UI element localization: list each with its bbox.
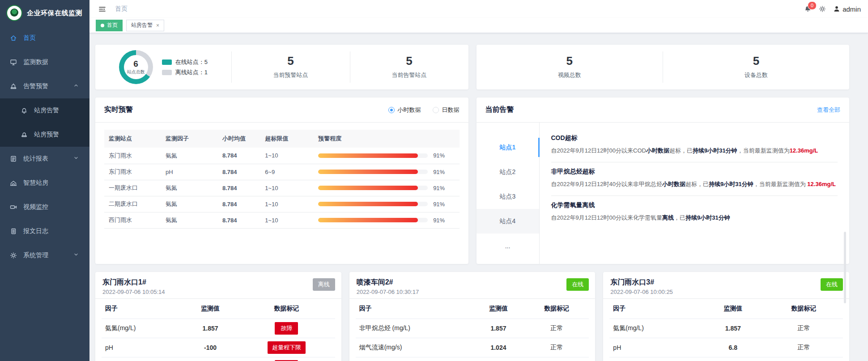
sidebar-item-statistics-report[interactable]: 统计报表 — [0, 147, 89, 171]
progress-percent: 91% — [433, 169, 445, 175]
sidebar-collapse-icon[interactable] — [97, 4, 108, 15]
realtime-warning-table: 监测站点监测因子小时均值超标限值预警程度 东门雨水氨氮8.7841~1091%东… — [104, 130, 460, 229]
sidebar-item-home[interactable]: 首页 — [0, 26, 89, 50]
alarm-station-tabs: 站点1站点2站点3站点4... — [477, 123, 539, 264]
data-type-radio-group: 小时数据日数据 — [377, 106, 460, 114]
sidebar-item-smart-station[interactable]: 智慧站房 — [0, 171, 89, 195]
cell-warning-level: 91% — [314, 164, 459, 180]
radio-hour-data[interactable]: 小时数据 — [388, 106, 421, 114]
cell-factor: pH — [102, 338, 183, 357]
sidebar-item-message-log[interactable]: 报文日志 — [0, 219, 89, 243]
cell-factor: pH — [609, 338, 701, 357]
cell-station: 西门雨水 — [104, 212, 161, 228]
station-factor-row: pH-100超量程下限 — [102, 338, 335, 357]
tag-home[interactable]: 首页 — [96, 20, 123, 31]
alarm-item-description: 自2022年9月12日12时40分以来非甲烷总烃小时数据超标，已持续9小时31分… — [551, 179, 838, 189]
legend-online: 在线站点：5 — [162, 58, 208, 66]
station-factor-row: 氨氮(mg/L)1.857正常 — [609, 319, 843, 338]
home-icon — [10, 34, 17, 42]
progress-fill — [318, 153, 418, 158]
alarm-item-description: 自2022年9月12日12时00分以来COD小时数据超标，已持续9小时31分钟，… — [551, 146, 838, 156]
station-factor-row: 非甲烷总烃 (mg/L)1.857正常 — [356, 319, 589, 338]
sidebar-item-station-warning[interactable]: 站房预警 — [0, 123, 89, 147]
sidebar-item-label: 智慧站房 — [23, 179, 48, 187]
alarm-text: 持续9小时31分钟 — [693, 147, 737, 154]
station-timestamp: 2022-09-07-06 10:30:17 — [357, 289, 588, 295]
alarm-body: 站点1站点2站点3站点4... COD超标自2022年9月12日12时00分以来… — [477, 123, 850, 264]
warning-bar: 91% — [318, 217, 455, 224]
cell-warning-level: 91% — [314, 180, 459, 196]
sidebar-item-label: 站房告警 — [34, 106, 59, 115]
cell-value: 1.857 — [183, 319, 238, 338]
cell-data-mark: 故障 — [238, 319, 335, 338]
sidebar-item-video-monitor[interactable]: 视频监控 — [0, 195, 89, 219]
station-total-section: 6 站点总数 在线站点：5 离线站点：1 — [95, 51, 231, 83]
sidebar-item-monitor-data[interactable]: 监测数据 — [0, 50, 89, 74]
sidebar-item-label: 报文日志 — [23, 227, 48, 235]
notifications-button[interactable]: 0 — [804, 5, 812, 13]
alarm-text: ，当前最新监测值为 — [753, 181, 808, 187]
alarm-tab-station-3[interactable]: 站点3 — [477, 184, 539, 209]
alarm-text: 小时数据 — [646, 147, 669, 154]
realtime-warning-header: 实时预警 小时数据日数据 — [95, 98, 468, 123]
warning-bar: 91% — [318, 185, 455, 191]
station-factor-table: 因子监测值数据标记非甲烷总烃 (mg/L)1.857正常烟气流速(mg/s)1.… — [356, 299, 589, 357]
app-title: 企业环保在线监测 — [27, 9, 82, 17]
stat-device-total: 5设备总数 — [663, 51, 849, 83]
radio-label: 小时数据 — [398, 106, 421, 114]
alarm-text: 离线 — [662, 214, 674, 221]
sidebar-item-label: 站房预警 — [34, 131, 59, 139]
station-name: 东门雨水口1# — [102, 277, 334, 287]
station-factor-row: 氨氮(mg/L)1.857故障 — [102, 319, 335, 338]
sidebar-item-station-alarm[interactable]: 站房告警 — [0, 98, 89, 123]
column-header: 监测因子 — [161, 130, 218, 148]
progress-fill — [318, 202, 418, 206]
station-donut-chart: 6 站点总数 — [119, 50, 153, 84]
stat-video-total: 5视频总数 — [477, 51, 663, 83]
settings-button[interactable] — [819, 5, 826, 13]
progress-fill — [318, 218, 418, 222]
station-card-header: 东门雨水口3#2022-09-07-06 10:00:25在线 — [603, 272, 849, 299]
progress-track — [318, 186, 428, 190]
warning-bar: 91% — [318, 169, 455, 175]
column-header: 超标限值 — [260, 130, 314, 148]
chevron-down-icon — [73, 252, 81, 259]
sidebar-menu: 首页监测数据告警预警站房告警站房预警统计报表智慧站房视频监控报文日志系统管理 — [0, 26, 89, 268]
tag-station-alarm[interactable]: 站房告警× — [126, 20, 164, 31]
stat-label: 视频总数 — [558, 71, 581, 79]
station-name: 喷漆车间2# — [357, 277, 588, 287]
cell-factor: 氨氮 — [161, 196, 218, 212]
app-logo-icon — [6, 5, 22, 21]
alarm-tab-station-1[interactable]: 站点1 — [477, 135, 539, 160]
stat-value: 5 — [406, 55, 412, 67]
alarm-tab-more[interactable]: ... — [477, 234, 539, 258]
radio-day-data[interactable]: 日数据 — [433, 106, 460, 114]
alarm-icon — [10, 83, 17, 90]
cell-station: 东门雨水 — [104, 148, 161, 164]
sidebar-item-alarm-warning[interactable]: 告警预警 — [0, 74, 89, 98]
warning-bar: 91% — [318, 201, 455, 208]
chevron-down-icon — [73, 155, 81, 162]
tag-active-dot — [101, 24, 104, 27]
tag-close-icon[interactable]: × — [156, 22, 159, 29]
station-card-station-3: 东门雨水口3#2022-09-07-06 10:00:25在线因子监测值数据标记… — [603, 272, 849, 361]
alarm-tab-station-2[interactable]: 站点2 — [477, 160, 539, 184]
sidebar-item-system-management[interactable]: 系统管理 — [0, 243, 89, 268]
stat-label: 当前告警站点 — [392, 71, 427, 79]
alarm-tab-station-4[interactable]: 站点4 — [477, 209, 539, 234]
tag-label: 首页 — [107, 21, 118, 29]
table-row: 东门雨水pH8.7846~991% — [104, 164, 460, 180]
offline-label: 离线站点：1 — [175, 68, 208, 76]
legend-offline: 离线站点：1 — [162, 68, 208, 76]
station-card-station-2: 喷漆车间2#2022-09-07-06 10:30:17在线因子监测值数据标记非… — [349, 272, 596, 361]
user-icon — [833, 5, 840, 13]
user-menu[interactable]: admin — [833, 5, 861, 13]
alarm-text: 自2022年9月12日12时00分以来COD — [551, 147, 646, 154]
cell-factor: 氨氮(mg/L) — [609, 319, 701, 338]
radio-circle — [388, 107, 395, 113]
table-row: 一期废水口氨氮8.7841~1091% — [104, 180, 460, 196]
view-all-link[interactable]: 查看全部 — [817, 106, 840, 114]
cell-limit: 1~10 — [260, 212, 314, 228]
station-column-header: 监测值 — [183, 299, 238, 319]
alarm-list: COD超标自2022年9月12日12时00分以来COD小时数据超标，已持续9小时… — [539, 123, 850, 264]
